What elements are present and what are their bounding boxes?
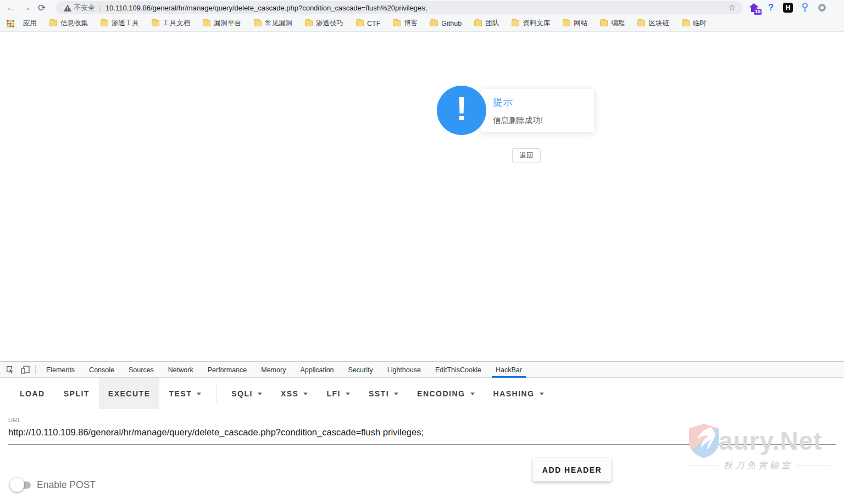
hackbar-button-label: LOAD [20,389,45,398]
toolbar-divider [216,384,216,402]
bookmark-folder-12[interactable]: 编程 [597,17,628,30]
device-toolbar-icon[interactable] [20,365,31,374]
address-bar[interactable]: 不安全 | 10.110.109.86/general/hr/manage/qu… [56,1,743,14]
folder-icon [474,20,482,26]
folder-icon [682,20,690,26]
reload-icon[interactable]: ⟳ [34,1,49,14]
apps-grid-icon[interactable] [7,20,14,27]
devtools-tab-memory[interactable]: Memory [254,362,293,378]
alert-message: 信息删除成功! [493,115,594,126]
devtools-tab-lighthouse[interactable]: Lighthouse [380,362,428,378]
enable-post-toggle[interactable] [10,478,32,492]
hackbar-button-xss[interactable]: XSS [271,378,318,409]
bookmark-folder-5[interactable]: 渗透技巧 [302,17,347,30]
hackbar-extension-icon[interactable]: H [782,2,793,13]
tabbar-divider [35,365,36,374]
bookmarks-folder-list: 信息收集 渗透工具 工具文档 漏洞平台 常见漏洞 渗透技巧 CTF 博客 Git… [46,17,716,30]
inspect-element-icon[interactable] [4,365,15,374]
hackbar-button-split[interactable]: SPLIT [54,378,99,409]
folder-icon [600,20,608,26]
bookmark-folder-14[interactable]: 临时 [679,17,710,30]
toggle-thumb [10,478,24,492]
bookmark-star-icon[interactable]: ☆ [726,3,737,13]
chevron-down-icon [346,393,350,395]
exclamation-mark: ! [456,92,468,129]
bookmark-label: 渗透工具 [112,19,139,28]
devtools-tab-sources[interactable]: Sources [121,362,161,378]
folder-icon [101,20,108,26]
return-button[interactable]: 返回 [512,148,541,163]
bookmark-folder-6[interactable]: CTF [353,18,384,29]
devtools-tab-console[interactable]: Console [82,362,121,378]
folder-icon [512,20,519,26]
extension-badge: 10 [754,9,762,15]
bookmark-folder-13[interactable]: 区块链 [634,17,673,30]
hackbar-button-label: SSTI [369,389,389,398]
alert-title: 提示 [493,96,594,109]
bookmark-folder-9[interactable]: 团队 [471,17,502,30]
url-text[interactable]: 10.110.109.86/general/hr/manage/query/de… [106,4,723,12]
chevron-down-icon [394,393,398,395]
hackbar-button-encoding[interactable]: ENCODING [408,378,484,409]
bookmark-folder-7[interactable]: 博客 [390,17,421,30]
forward-icon[interactable]: → [19,1,34,14]
hackbar-button-load[interactable]: LOAD [10,378,54,409]
hackbar-button-sqli[interactable]: SQLI [222,378,271,409]
help-extension-icon[interactable]: ? [765,2,776,13]
folder-icon [254,20,262,26]
url-input[interactable]: http://10.110.109.86/general/hr/manage/q… [8,427,836,445]
url-field-label: URL [8,417,836,423]
screen: ← → ⟳ 不安全 | 10.110.109.86/general/hr/man… [0,0,844,504]
bookmark-folder-8[interactable]: Github [427,18,465,29]
hackbar-button-lfi[interactable]: LFI [317,378,359,409]
ring-extension-icon[interactable] [817,2,828,13]
devtools-tab-elements[interactable]: Elements [39,362,82,378]
bookmark-folder-0[interactable]: 信息收集 [46,17,91,30]
folder-icon [637,20,645,26]
h-icon: H [783,3,793,13]
devtools-tabs: Elements Console Sources Network Perform… [39,362,529,377]
devtools-tab-performance[interactable]: Performance [201,362,254,378]
hackbar-button-test[interactable]: TEST [159,378,210,409]
hackbar-button-label: ENCODING [417,389,465,398]
devtools-tab-hackbar[interactable]: HackBar [488,362,529,378]
hackbar-button-label: TEST [169,389,192,398]
url-field: URL http://10.110.109.86/general/hr/mana… [0,409,844,445]
bookmark-folder-3[interactable]: 漏洞平台 [199,17,245,30]
bookmark-folder-2[interactable]: 工具文档 [148,17,193,30]
hat-extension-icon[interactable]: 10 [748,2,759,13]
bookmark-apps[interactable]: 应用 [20,17,40,30]
ring-icon [818,4,826,12]
bookmark-folder-1[interactable]: 渗透工具 [97,17,142,30]
hackbar-button-label: SQLI [231,389,253,398]
devtools-panel: Elements Console Sources Network Perform… [0,361,844,504]
hackbar-button-execute[interactable]: EXECUTE [99,378,160,409]
security-chip-label[interactable]: 不安全 [74,3,95,13]
chevron-down-icon [470,393,475,395]
bookmark-label: 区块链 [648,19,669,28]
hackbar-button-label: HASHING [493,389,535,398]
hackbar-button-hashing[interactable]: HASHING [484,378,553,409]
bookmark-folder-10[interactable]: 资料文库 [508,17,553,30]
browser-toolbar: ← → ⟳ 不安全 | 10.110.109.86/general/hr/man… [0,0,844,15]
add-header-button[interactable]: ADD HEADER [532,458,612,481]
bookmark-label: 漏洞平台 [214,19,241,28]
devtools-tab-editthiscookie[interactable]: EditThisCookie [428,362,488,378]
hackbar-button-ssti[interactable]: SSTI [359,378,408,409]
devtools-tab-security[interactable]: Security [341,362,380,378]
pin-extension-icon[interactable] [799,2,810,13]
page-content: 提示 信息删除成功! ! 返回 [0,32,844,361]
bookmark-label: 编程 [611,19,625,28]
back-icon[interactable]: ← [3,1,19,14]
bookmark-folder-11[interactable]: 网站 [559,17,591,30]
devtools-tabbar: Elements Console Sources Network Perform… [0,362,844,378]
devtools-tab-network[interactable]: Network [161,362,201,378]
bookmark-folder-4[interactable]: 常见漏洞 [251,17,296,30]
devtools-tab-application[interactable]: Application [293,362,341,378]
bookmark-label: 工具文档 [163,19,190,28]
bookmark-label: Github [441,20,462,27]
pin-icon [802,3,808,13]
chevron-down-icon [540,393,544,395]
folder-icon [430,20,438,26]
bookmark-label: 资料文库 [523,19,550,28]
